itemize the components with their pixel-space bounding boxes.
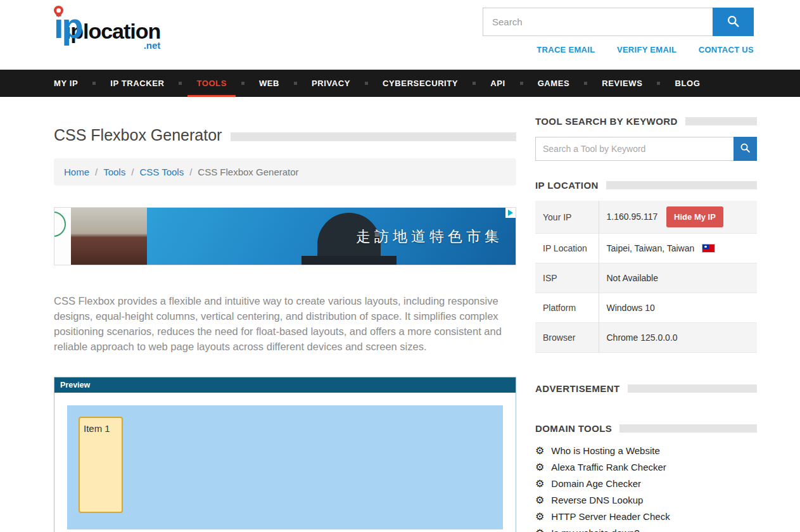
nav-link-games[interactable]: GAMES	[538, 70, 570, 97]
table-row: Browser Chrome 125.0.0.0	[535, 323, 757, 353]
domain-tools-decor-bar	[619, 424, 757, 433]
title-row: CSS Flexbox Generator	[54, 126, 516, 144]
gear-icon: ⚙	[535, 528, 544, 532]
tool-search-input[interactable]	[535, 137, 733, 161]
search-icon	[740, 142, 751, 155]
header-right: TRACE EMAIL VERIFY EMAIL CONTACT US	[483, 6, 754, 55]
nav-link-my-ip[interactable]: MY IP	[54, 70, 78, 97]
list-item: ⚙HTTP Server Header Check	[535, 511, 757, 522]
tool-search-form	[535, 137, 757, 161]
your-ip-cell: 1.160.95.117 Hide My IP	[599, 201, 757, 234]
gear-icon: ⚙	[535, 446, 544, 456]
isp-label: ISP	[535, 263, 599, 293]
ip-location-label: IP Location	[535, 234, 599, 263]
ip-location-section: IP LOCATION Your IP 1.160.95.117 Hide My…	[535, 180, 757, 353]
contact-us-link[interactable]: CONTACT US	[699, 45, 754, 54]
nav-item-privacy: PRIVACY	[312, 70, 383, 97]
nav-link-web[interactable]: WEB	[259, 70, 279, 97]
advertisement-decor-bar	[628, 384, 757, 393]
nav-link-ip-tracker[interactable]: IP TRACKER	[110, 70, 164, 97]
gear-icon: ⚙	[535, 462, 544, 472]
browser-label: Browser	[535, 323, 599, 353]
list-item: ⚙Alexa Traffic Rank Checker	[535, 462, 757, 472]
page-content: CSS Flexbox Generator HomeToolsCSS Tools…	[0, 97, 800, 532]
domain-tools-list: ⚙Who is Hosting a Website ⚙Alexa Traffic…	[535, 445, 757, 532]
domain-tools-heading-row: DOMAIN TOOLS	[535, 423, 757, 434]
nav-link-api[interactable]: API	[490, 70, 505, 97]
hide-my-ip-button[interactable]: Hide My IP	[666, 206, 723, 227]
domain-age-link[interactable]: Domain Age Checker	[551, 478, 641, 489]
table-row: Platform Windows 10	[535, 293, 757, 323]
breadcrumb-item-css-tools: CSS Tools	[139, 167, 198, 177]
nav-link-privacy[interactable]: PRIVACY	[312, 70, 350, 97]
ip-location-value: Taipei, Taiwan, Taiwan	[607, 243, 695, 253]
nav-item-cybersecurity: CYBERSECURITY	[383, 70, 490, 97]
isp-value: Not Available	[599, 263, 757, 293]
nav-item-api: API	[490, 70, 537, 97]
advertisement-heading: ADVERTISEMENT	[535, 383, 620, 394]
ad-banner[interactable]: 走訪地道特色市集	[54, 207, 516, 265]
verify-email-link[interactable]: VERIFY EMAIL	[617, 45, 676, 54]
tool-search-decor-bar	[685, 117, 757, 125]
platform-label: Platform	[535, 293, 599, 323]
page-title: CSS Flexbox Generator	[54, 126, 222, 144]
list-item: ⚙Is my website down?	[535, 528, 757, 532]
breadcrumb-tools-link[interactable]: Tools	[103, 167, 125, 177]
advertisement-heading-row: ADVERTISEMENT	[535, 383, 757, 394]
breadcrumb-css-tools-link[interactable]: CSS Tools	[139, 167, 184, 177]
gear-icon: ⚙	[535, 495, 544, 505]
table-row: IP Location Taipei, Taiwan, Taiwan	[535, 234, 757, 263]
nav-item-reviews: REVIEWS	[602, 70, 675, 97]
alexa-rank-link[interactable]: Alexa Traffic Rank Checker	[551, 462, 666, 472]
ad-photo-image	[71, 208, 147, 265]
main-nav: MY IP IP TRACKER TOOLS WEB PRIVACY CYBER…	[0, 70, 800, 97]
platform-value: Windows 10	[599, 293, 757, 323]
site-search-button[interactable]	[713, 8, 754, 36]
nav-link-reviews[interactable]: REVIEWS	[602, 70, 642, 97]
flexbox-preview-item: Item 1	[79, 417, 123, 513]
preview-panel-header: Preview	[54, 377, 516, 393]
ip-location-decor-bar	[606, 181, 757, 189]
tool-search-heading: TOOL SEARCH BY KEYWORD	[535, 116, 678, 127]
nav-link-blog[interactable]: BLOG	[675, 70, 700, 97]
breadcrumb-item-home: Home	[64, 167, 103, 177]
who-is-hosting-link[interactable]: Who is Hosting a Website	[551, 445, 659, 456]
main-content: CSS Flexbox Generator HomeToolsCSS Tools…	[54, 116, 516, 532]
page-description: CSS Flexbox provides a flexible and intu…	[54, 293, 516, 354]
ip-location-heading: IP LOCATION	[535, 180, 599, 191]
list-item: ⚙Domain Age Checker	[535, 478, 757, 489]
your-ip-label: Your IP	[535, 201, 599, 234]
nav-item-games: GAMES	[538, 70, 602, 97]
site-search	[483, 8, 754, 36]
domain-tools-heading: DOMAIN TOOLS	[535, 423, 612, 434]
tool-search-section: TOOL SEARCH BY KEYWORD	[535, 116, 757, 161]
nav-item-ip-tracker: IP TRACKER	[110, 70, 196, 97]
tool-search-button[interactable]	[733, 137, 757, 161]
top-header: ip iplocation .net TRACE EMAIL VERIFY EM…	[0, 0, 800, 70]
ad-main-image: 走訪地道特色市集	[147, 208, 516, 265]
nav-link-cybersecurity[interactable]: CYBERSECURITY	[383, 70, 458, 97]
breadcrumb-home-link[interactable]: Home	[64, 167, 89, 177]
taiwan-flag-icon	[702, 244, 715, 253]
ad-choices-icon[interactable]	[505, 208, 516, 218]
list-item: ⚙Reverse DNS Lookup	[535, 495, 757, 505]
site-search-input[interactable]	[483, 8, 713, 36]
tool-search-heading-row: TOOL SEARCH BY KEYWORD	[535, 116, 757, 127]
nav-item-blog: BLOG	[675, 70, 700, 97]
nav-item-tools: TOOLS	[196, 70, 259, 97]
nav-link-tools[interactable]: TOOLS	[196, 70, 227, 97]
flexbox-preview-container: Item 1	[67, 405, 503, 529]
logo[interactable]: ip iplocation .net	[54, 9, 160, 51]
website-down-link[interactable]: Is my website down?	[551, 528, 639, 532]
title-decor-bar	[231, 132, 516, 141]
logo-ip-mark: ip	[54, 9, 82, 42]
browser-value: Chrome 125.0.0.0	[599, 323, 757, 353]
domain-tools-section: DOMAIN TOOLS ⚙Who is Hosting a Website ⚙…	[535, 423, 757, 532]
ip-location-table: Your IP 1.160.95.117 Hide My IP IP Locat…	[535, 201, 757, 353]
list-item: ⚙Who is Hosting a Website	[535, 445, 757, 456]
table-row: ISP Not Available	[535, 263, 757, 293]
http-header-link[interactable]: HTTP Server Header Check	[551, 511, 670, 522]
reverse-dns-link[interactable]: Reverse DNS Lookup	[551, 495, 643, 505]
advertisement-section: ADVERTISEMENT	[535, 383, 757, 394]
trace-email-link[interactable]: TRACE EMAIL	[537, 45, 595, 54]
